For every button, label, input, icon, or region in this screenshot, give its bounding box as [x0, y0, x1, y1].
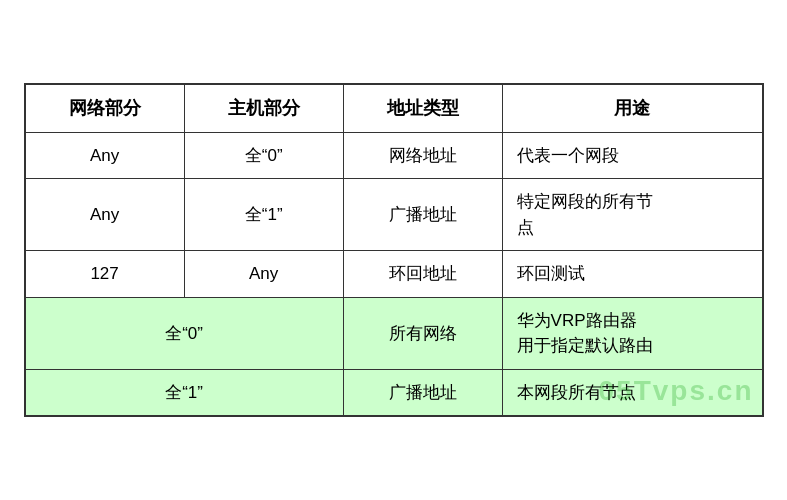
header-host: 主机部分: [184, 84, 343, 133]
cell-merged-1: 全“0”: [25, 297, 344, 369]
table-row-highlight-2: 全“1” 广播地址 本网段所有节点: [25, 369, 763, 416]
cell-type-5: 广播地址: [343, 369, 502, 416]
table-row-highlight-1: 全“0” 所有网络 华为VRP路由器用于指定默认路由: [25, 297, 763, 369]
cell-usage-1: 代表一个网段: [502, 132, 762, 179]
cell-network-2: Any: [25, 179, 185, 251]
header-network: 网络部分: [25, 84, 185, 133]
cell-type-3: 环回地址: [343, 251, 502, 298]
table-row: Any 全“1” 广播地址 特定网段的所有节点: [25, 179, 763, 251]
cell-merged-2: 全“1”: [25, 369, 344, 416]
cell-network-3: 127: [25, 251, 185, 298]
cell-usage-5: 本网段所有节点: [502, 369, 762, 416]
main-table: 网络部分 主机部分 地址类型 用途 Any 全“0” 网络地址 代表一个网段 A…: [24, 83, 764, 418]
header-row: 网络部分 主机部分 地址类型 用途: [25, 84, 763, 133]
cell-type-2: 广播地址: [343, 179, 502, 251]
cell-host-3: Any: [184, 251, 343, 298]
table-row: 127 Any 环回地址 环回测试: [25, 251, 763, 298]
cell-usage-4: 华为VRP路由器用于指定默认路由: [502, 297, 762, 369]
cell-type-1: 网络地址: [343, 132, 502, 179]
cell-host-1: 全“0”: [184, 132, 343, 179]
cell-usage-3: 环回测试: [502, 251, 762, 298]
cell-usage-2: 特定网段的所有节点: [502, 179, 762, 251]
cell-network-1: Any: [25, 132, 185, 179]
cell-type-4: 所有网络: [343, 297, 502, 369]
table-row: Any 全“0” 网络地址 代表一个网段: [25, 132, 763, 179]
header-usage: 用途: [502, 84, 762, 133]
cell-host-2: 全“1”: [184, 179, 343, 251]
header-address-type: 地址类型: [343, 84, 502, 133]
table-container: 网络部分 主机部分 地址类型 用途 Any 全“0” 网络地址 代表一个网段 A…: [24, 83, 764, 418]
